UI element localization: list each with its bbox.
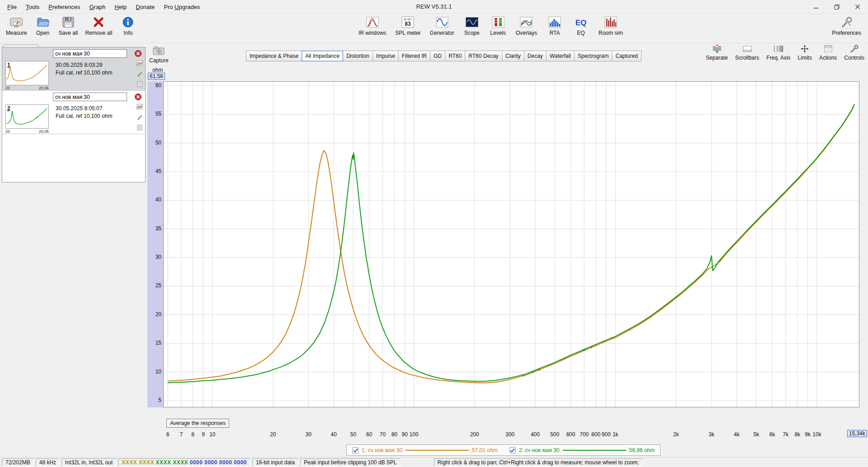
thumbnail-min-freq: 20 (5, 86, 10, 90)
toolbar-button-remove-all[interactable]: Remove all (83, 14, 114, 37)
tab-filtered-ir[interactable]: Filtered IR (398, 51, 430, 61)
menu-item-donate[interactable]: Donate (131, 2, 159, 12)
tab-rt60-decay[interactable]: RT60 Decay (465, 51, 502, 61)
graph-button-freq-axis[interactable]: Freq. Axis (766, 44, 790, 61)
maximize-button[interactable] (826, 0, 847, 14)
toolbar-button-save-all[interactable]: Save all (57, 14, 80, 37)
x-tick-label: 6 (166, 431, 170, 438)
pencil-icon[interactable] (136, 70, 143, 77)
capture-button[interactable]: Capture (149, 46, 169, 64)
graph-button-label-scrollbars: Scrollbars (735, 55, 759, 61)
toolbar-button-spl-meter[interactable]: dB SPL83SPL meter (393, 14, 423, 37)
legend-entry-2: 2: сч нов мая 3056,96 ohm (509, 447, 655, 453)
x-tick-label: 400 (531, 431, 540, 438)
tab-impulse[interactable]: Impulse (373, 51, 399, 61)
y-tick-label: 55 (147, 111, 161, 117)
toolbar-button-measure[interactable]: Measure (4, 14, 29, 37)
measurement-name-input[interactable] (53, 49, 127, 58)
y-axis[interactable]: 60555045403530252015105 (147, 81, 163, 407)
toolbar-button-info[interactable]: Info (117, 14, 139, 37)
controls-icon (849, 44, 860, 53)
scope-icon (465, 15, 479, 29)
tab-spectrogram[interactable]: Spectrogram (574, 51, 613, 61)
x-tick-label: 5k (753, 431, 759, 438)
legend-checkbox[interactable] (352, 447, 359, 453)
y-tick-label: 15 (147, 340, 161, 346)
plot-area[interactable] (163, 81, 859, 407)
toolbar-label-generator: Generator (430, 30, 454, 36)
x-tick-label: 100 (410, 431, 419, 438)
close-button[interactable] (847, 0, 868, 14)
toolbar-button-ir-windows[interactable]: IR windows (356, 14, 388, 37)
graph-tab-bar: Impedance & PhaseAll ImpedanceDistortion… (246, 51, 642, 61)
minimize-button[interactable] (806, 0, 826, 14)
menu-item-tools[interactable]: Tools (21, 2, 44, 12)
tab-impedance-phase[interactable]: Impedance & Phase (246, 51, 302, 61)
menu-item-pro-upgrades[interactable]: Pro Upgrades (159, 2, 204, 12)
menu-item-file[interactable]: File (3, 2, 21, 12)
measurement-number: 1 (7, 62, 10, 68)
svg-text:83: 83 (405, 21, 411, 27)
toolbar-button-eq[interactable]: EQEQ (570, 14, 592, 37)
graph-button-label-actions: Actions (819, 55, 837, 61)
toolbar-label-open: Open (36, 30, 49, 36)
tab-clarity[interactable]: Clarity (502, 51, 524, 61)
rta-icon (548, 15, 561, 29)
actions-icon (823, 44, 834, 53)
thumbnail-max-freq: 20,0k (39, 86, 49, 90)
toolbar-button-overlays[interactable]: Overlays (514, 14, 539, 37)
measurement-name-input[interactable] (53, 93, 127, 101)
graph-button-actions[interactable]: Actions (819, 44, 837, 61)
tab-all-impedance[interactable]: All Impedance (302, 51, 343, 61)
toolbar-button-preferences[interactable]: Preferences (830, 14, 863, 37)
measurement-card-2[interactable]: 22020,0k30.05.2025 8:05:07Full cal, ref … (2, 91, 145, 134)
measurement-card-1[interactable]: 12020,0k30.05.2025 8:03:29Full cal, ref … (2, 47, 145, 91)
measurement-thumbnail[interactable] (5, 61, 49, 85)
x-tick-label: 90 (401, 431, 407, 438)
tab-gd[interactable]: GD (430, 51, 445, 61)
y-tick-label: 25 (147, 282, 161, 289)
mini-graph-icon[interactable] (136, 103, 143, 110)
tab-rt60[interactable]: RT60 (445, 51, 465, 61)
toolbar-button-scope[interactable]: Scope (461, 14, 483, 37)
toolbar-label-overlays: Overlays (516, 30, 537, 36)
toolbar-button-open[interactable]: Open (32, 14, 54, 37)
toolbar-button-generator[interactable]: Generator (428, 14, 457, 37)
thumbnail-max-freq: 20,0k (39, 129, 49, 134)
graph-button-label-controls: Controls (844, 55, 864, 61)
tab-captured[interactable]: Captured (612, 51, 641, 61)
graph-button-scrollbars[interactable]: Scrollbars (735, 44, 759, 61)
tab-decay[interactable]: Decay (524, 51, 547, 61)
toolbar-label-remove-all: Remove all (85, 30, 112, 36)
tab-distortion[interactable]: Distortion (343, 51, 373, 61)
toolbar-button-rta[interactable]: RTA (544, 14, 566, 37)
x-tick-label: 900 (602, 431, 611, 438)
notes-icon[interactable] (136, 81, 143, 87)
status-io-format: Int32L in, Int32L out (61, 458, 116, 467)
capture-label: Capture (149, 57, 169, 64)
graph-button-controls[interactable]: Controls (844, 44, 864, 61)
toolbar-label-save-all: Save all (59, 30, 78, 36)
x-axis[interactable]: 6789102030405060708090100200300400500600… (0, 431, 868, 439)
measurement-thumbnail[interactable] (5, 104, 49, 129)
tab-waterfall[interactable]: Waterfall (546, 51, 575, 61)
menu-item-preferences[interactable]: Preferences (44, 2, 85, 12)
legend-checkbox[interactable] (509, 447, 516, 453)
toolbar-button-room-sim[interactable]: Room sim (596, 14, 625, 37)
pencil-icon[interactable] (136, 114, 143, 120)
status-peak: Peak input before clipping 100 dB SPL (300, 458, 400, 467)
mini-graph-icon[interactable] (136, 60, 143, 66)
graph-button-separate[interactable]: Separate (706, 44, 728, 61)
notes-icon[interactable] (136, 124, 143, 131)
x-tick-label: 8 (191, 431, 194, 438)
x-tick-label: 7 (179, 431, 183, 438)
graph-button-limits[interactable]: Limits (798, 44, 812, 61)
menu-item-help[interactable]: Help (110, 2, 132, 12)
svg-text:dB SPL: dB SPL (404, 18, 412, 21)
toolbar-button-levels[interactable]: Levels (487, 14, 509, 37)
remove-measurement-icon[interactable] (135, 50, 142, 57)
preferences-icon (840, 15, 854, 29)
x-tick-label: 500 (550, 431, 559, 438)
menu-item-graph[interactable]: Graph (85, 2, 110, 12)
remove-measurement-icon[interactable] (135, 93, 142, 100)
